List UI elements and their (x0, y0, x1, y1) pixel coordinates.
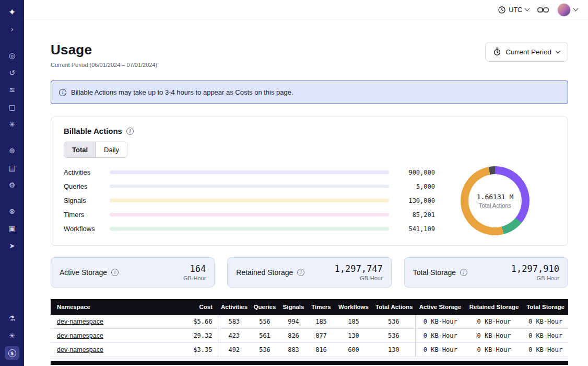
namespace-link[interactable]: dev-namespace (57, 318, 103, 325)
column-header: Active Storage (415, 299, 465, 315)
settings-gear-icon[interactable]: ⚙ (5, 178, 19, 192)
signals-cell: 826 (279, 329, 308, 343)
namespace-link[interactable]: dev-namespace (57, 332, 103, 339)
tab-total[interactable]: Total (64, 142, 96, 157)
billable-bar-list: Activities 900,000 Queries 5,000 Signals… (64, 165, 435, 236)
stat-unit: GB-Hour (335, 275, 383, 281)
info-banner: i Billable Actions may take up to 3-4 ho… (51, 81, 568, 104)
stopwatch-icon (493, 48, 501, 56)
retained-storage-cell: 0 KB-Hour (465, 329, 523, 343)
workflows-cell: 600 (335, 343, 372, 357)
activities-cell: 492 (218, 343, 250, 357)
stat-unit: GB-Hour (183, 275, 206, 281)
total-storage-card: Total Storage i 1,297,910 GB-Hour (404, 257, 568, 288)
timers-cell: 877 (308, 329, 335, 343)
retained-storage-cell: 0 KB-Hour (465, 315, 523, 329)
bar-row-signals: Signals 130,000 (64, 193, 435, 208)
table-footer-bar (51, 361, 568, 365)
cost-cell: $3.35 (179, 343, 218, 357)
donut-label: Total Actions (479, 202, 511, 209)
tab-daily[interactable]: Daily (96, 142, 127, 157)
queries-bar (110, 185, 389, 188)
bar-row-queries: Queries 5,000 (64, 179, 435, 193)
column-header: Queries (250, 299, 279, 315)
goggles-icon (537, 6, 549, 14)
stat-value: 1,297,910 (511, 264, 559, 274)
support-icon[interactable]: ⊗ (5, 204, 19, 218)
labs-flask-icon[interactable]: ⚗ (5, 312, 19, 325)
workflows-icon[interactable]: ◎ (5, 49, 19, 62)
info-icon[interactable]: i (126, 128, 134, 135)
column-header: Activities (218, 299, 250, 315)
namespace-link[interactable]: dev-namespace (57, 346, 103, 353)
sidebar-item-usage[interactable]: $ (5, 346, 19, 360)
period-selector-button[interactable]: Current Period (485, 42, 568, 62)
account-menu[interactable] (557, 3, 578, 17)
temporal-logo-icon[interactable]: ✦ (5, 5, 19, 19)
info-icon[interactable]: i (297, 269, 304, 276)
info-icon[interactable]: i (460, 269, 467, 276)
cost-cell: 29.32 (179, 329, 218, 343)
billable-actions-title: Billable Actions (64, 127, 122, 135)
queries-cell: 556 (250, 315, 279, 329)
page-title: Usage (51, 42, 157, 58)
column-header: Total Actions (372, 299, 415, 315)
timezone-selector[interactable]: UTC (498, 6, 529, 14)
activities-cell: 423 (218, 329, 250, 343)
column-header: Namespace (51, 299, 179, 315)
cost-cell: $5.66 (179, 315, 218, 329)
expand-sidebar-icon[interactable]: › (5, 22, 19, 36)
signals-cell: 994 (279, 315, 308, 329)
column-header: Signals (279, 299, 308, 315)
main-content: Usage Current Period (06/01/2024 – 07/01… (24, 20, 588, 365)
stat-unit: GB-Hour (511, 275, 559, 281)
active-storage-card: Active Storage i 164 GB-Hour (51, 257, 215, 288)
sidebar: ✦ › ◎ ↺ ≋ ▢ ✳ ⊕ ▤ ⚙ ⊗ ▣ ➤ ⚗ ☀ $ (0, 0, 24, 366)
billing-icon[interactable]: ▤ (5, 161, 19, 175)
column-header: Total Storage (523, 299, 568, 315)
world-icon[interactable]: ⊕ (5, 144, 19, 157)
signals-bar (110, 199, 389, 202)
chevron-down-icon (556, 48, 561, 53)
active-storage-cell: 0 KB-Hour (415, 343, 465, 357)
donut-total: 1.66131 M (477, 193, 513, 201)
signals-cell: 883 (279, 343, 308, 357)
total-actions-cell: 536 (372, 315, 415, 329)
donut-chart: 1.66131 M Total Actions (461, 166, 530, 235)
billable-tabs: Total Daily (64, 142, 127, 158)
usage-dollar-icon: $ (8, 349, 16, 357)
total-storage-cell: 0 KB-Hour (523, 343, 568, 357)
clock-icon (498, 6, 505, 14)
queues-icon[interactable]: ≋ (5, 83, 19, 97)
total-actions-cell: 536 (372, 329, 415, 343)
column-header: Timers (308, 299, 335, 315)
chevron-down-icon (525, 6, 530, 12)
table-row: dev-namespace 29.32 423 561 826 877 130 … (51, 329, 568, 343)
billable-actions-card: Billable Actions i Total Daily Activitie… (51, 117, 568, 246)
onboarding-button[interactable] (537, 6, 549, 14)
period-button-label: Current Period (505, 48, 551, 56)
activities-bar (110, 170, 389, 174)
page-subtitle: Current Period (06/01/2024 – 07/01/2024) (51, 62, 157, 68)
feedback-icon[interactable]: ➤ (5, 239, 19, 253)
info-icon[interactable]: i (111, 269, 119, 276)
total-actions-cell: 130 (372, 343, 415, 357)
theme-sun-icon[interactable]: ☀ (5, 329, 19, 342)
stat-value: 1,297,747 (335, 264, 383, 274)
workflows-cell: 130 (335, 329, 372, 343)
stat-label: Active Storage (60, 268, 107, 277)
queries-cell: 536 (250, 343, 279, 357)
deployments-icon[interactable]: ▢ (5, 100, 19, 114)
docs-icon[interactable]: ▣ (5, 222, 19, 235)
activities-cell: 583 (218, 315, 250, 329)
column-header: Workflows (335, 299, 372, 315)
column-header: Retained Storage (465, 299, 523, 315)
column-header: Cost (179, 299, 218, 315)
chevron-down-icon (573, 6, 579, 12)
stat-label: Total Storage (413, 268, 456, 277)
table-row: dev-namespace $5.66 583 556 994 185 185 … (51, 315, 568, 329)
nexus-icon[interactable]: ✳ (5, 118, 19, 131)
total-storage-cell: 0 KB-Hour (523, 329, 568, 343)
timezone-label: UTC (509, 6, 522, 14)
history-icon[interactable]: ↺ (5, 66, 19, 79)
